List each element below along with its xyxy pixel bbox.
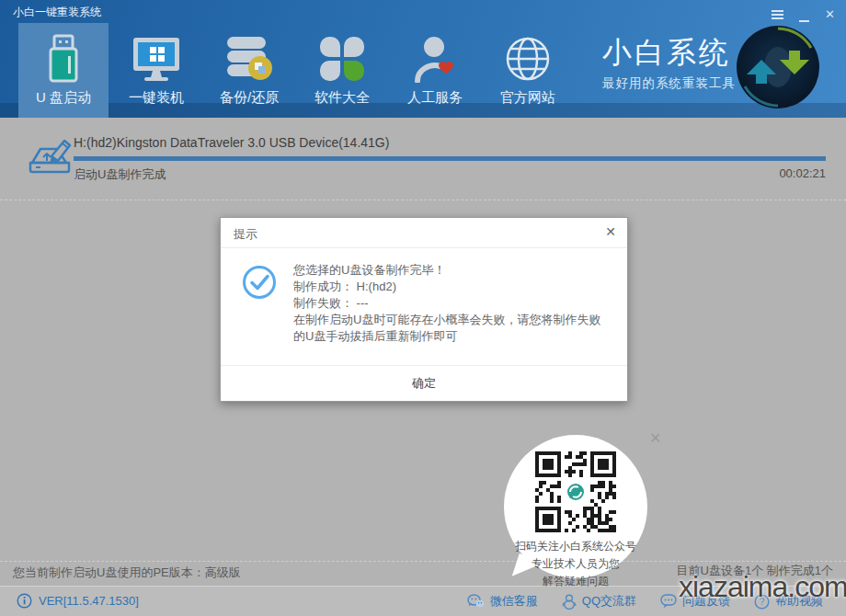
elapsed-time: 00:02:21	[779, 166, 826, 180]
brand-logo-icon	[734, 23, 822, 111]
wechat-service-link[interactable]: 微信客服	[467, 593, 538, 610]
wechat-icon	[467, 594, 485, 609]
footer-link-label: QQ交流群	[582, 593, 636, 610]
dialog-close-icon[interactable]: ✕	[605, 224, 616, 239]
qr-caption-line: 扫码关注小白系统公众号	[493, 538, 658, 555]
dialog-message: 您选择的U盘设备制作完毕！ 制作成功： H:(hd2) 制作失败： --- 在制…	[293, 262, 612, 345]
app-window: 小白一键重装系统 ✕ U 盘启动	[0, 0, 846, 616]
ok-button[interactable]: 确定	[221, 366, 627, 401]
tab-backup-restore[interactable]: 备份/还原	[204, 23, 294, 118]
qr-caption-line: 专业技术人员为您	[493, 555, 658, 573]
divider	[0, 561, 846, 562]
window-controls: ✕	[772, 7, 835, 22]
dialog-footer: 确定	[221, 365, 627, 401]
qr-bubble: 扫码关注小白系统公众号 专业技术人员为您 解答疑难问题	[504, 435, 647, 578]
brand-name: 小白系统	[602, 37, 736, 68]
tab-label: 人工服务	[390, 89, 480, 107]
tab-label: 一键装机	[111, 89, 201, 107]
tab-label: 备份/还原	[204, 89, 294, 107]
info-icon	[17, 593, 32, 609]
progress-bar-fill	[74, 156, 826, 161]
feedback-icon	[660, 594, 677, 609]
minimize-icon[interactable]	[799, 8, 809, 22]
dialog-header: 提示 ✕	[221, 218, 627, 248]
tab-human-service[interactable]: 人工服务	[390, 23, 480, 118]
version-area[interactable]: VER[11.5.47.1530]	[17, 593, 139, 609]
dialog-title: 提示	[234, 226, 257, 243]
dialog-body: 您选择的U盘设备制作完毕！ 制作成功： H:(hd2) 制作失败： --- 在制…	[221, 248, 627, 366]
dialog-line: 在制作启动U盘时可能存在小概率会失败，请您将制作失败的U盘手动拔插后重新制作即可	[293, 312, 612, 345]
dialog-line: 您选择的U盘设备制作完毕！	[293, 262, 612, 279]
divider	[0, 200, 846, 200]
qq-icon	[562, 594, 577, 610]
close-icon[interactable]: ✕	[825, 7, 835, 22]
usb-drive-icon	[18, 34, 109, 84]
header: 小白一键重装系统 ✕ U 盘启动	[0, 0, 846, 118]
qr-code	[535, 451, 616, 536]
qr-caption: 扫码关注小白系统公众号 专业技术人员为您 解答疑难问题	[493, 538, 658, 590]
database-icon	[204, 34, 294, 84]
tab-usb-boot[interactable]: U 盘启动	[18, 23, 109, 118]
clover-icon	[297, 34, 387, 84]
pe-version-status: 您当前制作启动U盘使用的PE版本：高级版	[13, 565, 241, 581]
qr-close-icon[interactable]: ✕	[649, 429, 661, 447]
make-usb-icon	[18, 132, 72, 189]
window-title: 小白一键重装系统	[13, 5, 101, 20]
brand-tagline: 最好用的系统重装工具	[602, 75, 736, 92]
brand: 小白系统 最好用的系统重装工具	[602, 37, 736, 92]
device-label: H:(hd2)Kingston DataTraveler 3.0 USB Dev…	[74, 135, 389, 150]
globe-icon	[483, 34, 573, 84]
person-heart-icon	[390, 34, 480, 84]
tab-label: 软件大全	[297, 89, 387, 107]
tab-one-click-install[interactable]: 一键装机	[111, 23, 201, 118]
qq-group-link[interactable]: QQ交流群	[562, 593, 636, 610]
tip-dialog: 提示 ✕ 您选择的U盘设备制作完毕！ 制作成功： H:(hd2) 制作失败： -…	[220, 217, 628, 402]
progress-status: 启动U盘制作完成	[74, 166, 166, 183]
qr-caption-line: 解答疑难问题	[493, 573, 658, 590]
footer-link-label: 微信客服	[490, 593, 538, 610]
monitor-icon	[111, 34, 201, 84]
dialog-line: 制作失败： ---	[293, 295, 612, 312]
progress-bar	[74, 156, 826, 161]
tab-software[interactable]: 软件大全	[297, 23, 387, 118]
tab-label: U 盘启动	[18, 89, 109, 107]
version-label: VER[11.5.47.1530]	[39, 594, 139, 608]
menu-icon[interactable]	[772, 10, 783, 19]
watermark: xiazaima.com	[679, 570, 846, 604]
dialog-line: 制作成功： H:(hd2)	[293, 279, 612, 295]
tab-official-site[interactable]: 官方网站	[483, 23, 573, 118]
tab-label: 官方网站	[483, 89, 573, 107]
check-circle-icon	[242, 265, 277, 303]
